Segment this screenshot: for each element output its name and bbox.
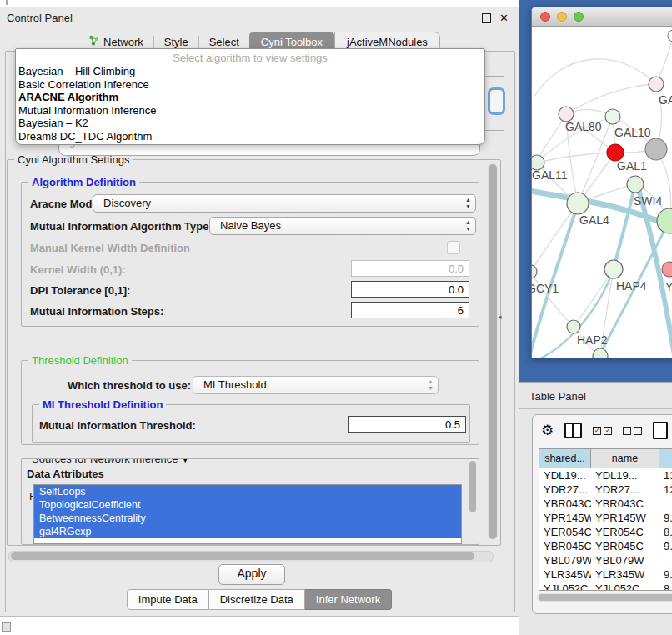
which-threshold-combo[interactable]: MI Threshold ▲▼ bbox=[193, 376, 439, 394]
settings-vertical-scrollbar[interactable] bbox=[488, 163, 498, 540]
table-cell: YLR345W bbox=[591, 568, 659, 582]
dpi-tolerance-field[interactable]: 0.0 bbox=[351, 281, 469, 298]
table-cell: YPR145W bbox=[591, 511, 659, 525]
gear-icon[interactable]: ⚙ bbox=[541, 423, 554, 438]
algorithm-option[interactable]: Mutual Information Inference bbox=[16, 104, 484, 118]
network-node-big-right[interactable] bbox=[657, 208, 672, 233]
table-cell: YER054C bbox=[539, 525, 591, 539]
minimized-window-icon[interactable] bbox=[2, 622, 11, 632]
table-horizontal-scrollbar[interactable] bbox=[537, 593, 672, 602]
network-node-gray-node[interactable] bbox=[645, 138, 667, 160]
threshold-definition-group: Threshold Definition Which threshold to … bbox=[21, 360, 479, 445]
table-row[interactable]: YER054CYER054C8. bbox=[539, 525, 672, 539]
algorithm-option[interactable]: Basic Correlation Inference bbox=[16, 78, 484, 92]
network-node-bottom-cut[interactable] bbox=[593, 348, 608, 358]
close-icon[interactable]: ✕ bbox=[499, 14, 509, 22]
column-header[interactable]: A bbox=[659, 449, 672, 468]
network-edge[interactable] bbox=[537, 114, 566, 162]
cyni-algorithm-settings-group: Cyni Algorithm Settings Algorithm Defini… bbox=[7, 159, 501, 546]
data-attributes-label: Data Attributes bbox=[27, 468, 104, 480]
table-cell: YJL052C bbox=[591, 582, 659, 590]
attribute-item-selected[interactable]: BetweennessCentrality bbox=[34, 512, 461, 525]
mi-threshold-field[interactable]: 0.5 bbox=[348, 416, 466, 432]
table-row[interactable]: YBL079WYBL079W bbox=[539, 553, 672, 568]
table-row[interactable]: YBR043CYBR043C bbox=[539, 497, 672, 511]
attribute-item-selected[interactable]: gal4RGexp bbox=[34, 525, 461, 538]
table-cell bbox=[659, 553, 672, 568]
mi-steps-field[interactable]: 6 bbox=[351, 302, 469, 318]
left-area: Control Panel ✕ NetworkStyleSelectCyni T… bbox=[0, 0, 519, 635]
bottom-tab-discretize-data[interactable]: Discretize Data bbox=[209, 589, 305, 610]
hidden-group-border bbox=[482, 76, 504, 77]
table-row[interactable]: YBR045CYBR045C9. bbox=[539, 539, 672, 553]
minimize-traffic-light-icon[interactable] bbox=[557, 12, 567, 22]
settings-horizontal-scrollbar[interactable] bbox=[8, 551, 494, 562]
close-traffic-light-icon[interactable] bbox=[540, 12, 550, 22]
float-window-icon[interactable] bbox=[482, 13, 491, 22]
apply-button[interactable]: Apply bbox=[218, 564, 285, 585]
network-edge[interactable] bbox=[574, 269, 614, 327]
algorithm-option[interactable]: ARACNE Algorithm bbox=[16, 91, 484, 104]
table-cell: YBR043C bbox=[591, 497, 659, 511]
table-cell: YPR145W bbox=[539, 511, 591, 525]
network-node-gcy1[interactable] bbox=[532, 265, 537, 278]
sources-group-title[interactable]: Sources for Network Inference ▼ bbox=[28, 458, 193, 465]
algorithm-dropdown-items: Bayesian – Hill ClimbingBasic Correlatio… bbox=[16, 65, 484, 142]
network-window[interactable]: GALGAL80GAL10GAL1GAL11SWI4GAL4GCY1HAP4YH… bbox=[531, 7, 672, 358]
sources-title-text: Sources for Network Inference bbox=[32, 458, 178, 465]
column-header[interactable]: name bbox=[591, 449, 659, 468]
network-edge[interactable] bbox=[532, 203, 578, 272]
table-row[interactable]: YPR145WYPR145W9. bbox=[539, 511, 672, 525]
bottom-tab-infer-network[interactable]: Infer Network bbox=[305, 589, 392, 610]
mi-threshold-definition-group: MI Threshold Definition Mutual Informati… bbox=[32, 404, 470, 442]
aracne-mode-combo[interactable]: Discovery ▲▼ bbox=[93, 194, 476, 212]
network-node-salmon[interactable] bbox=[662, 262, 672, 277]
network-node-gal-top[interactable] bbox=[649, 77, 664, 92]
deselect-all-icon[interactable] bbox=[623, 427, 642, 435]
zoom-traffic-light-icon[interactable] bbox=[574, 12, 584, 22]
attributes-scrollbar[interactable] bbox=[469, 461, 477, 514]
algorithm-option[interactable]: Dream8 DC_TDC Algorithm bbox=[16, 130, 484, 143]
dpi-tolerance-label: DPI Tolerance [0,1]: bbox=[30, 284, 130, 297]
network-canvas[interactable]: GALGAL80GAL10GAL1GAL11SWI4GAL4GCY1HAP4YH… bbox=[532, 27, 672, 358]
hidden-combo-focus-ring bbox=[488, 88, 505, 115]
algorithm-option[interactable]: Bayesian – K2 bbox=[16, 117, 484, 130]
network-edge[interactable] bbox=[537, 152, 615, 162]
columns-icon[interactable] bbox=[564, 422, 582, 438]
network-edge[interactable] bbox=[534, 59, 656, 98]
attribute-item-selected[interactable]: SelfLoops bbox=[34, 485, 461, 498]
network-node-cut-top[interactable] bbox=[668, 30, 672, 42]
table-panel: Table Panel ⚙ ✓✓ shared...nameA YDL19...… bbox=[519, 382, 672, 635]
table-cell: YDR27... bbox=[591, 482, 659, 497]
network-node-gal4[interactable] bbox=[567, 192, 589, 214]
kernel-width-field[interactable]: 0.0 bbox=[351, 260, 469, 277]
table-row[interactable]: YJL052CYJL052C8 bbox=[539, 582, 672, 590]
bottom-tab-impute-data[interactable]: Impute Data bbox=[127, 589, 209, 610]
network-node-hap4[interactable] bbox=[604, 260, 623, 278]
attribute-item-selected[interactable]: TopologicalCoefficient bbox=[34, 498, 461, 512]
table-row[interactable]: YDR27...YDR27...12 bbox=[539, 482, 672, 497]
split-pane-arrow-icon[interactable]: ◂ bbox=[498, 312, 502, 321]
sources-group: Sources for Network Inference ▼ Data Att… bbox=[21, 458, 479, 545]
table-row[interactable]: YLR345WYLR345W9. bbox=[539, 568, 672, 582]
data-attributes-list[interactable]: SelfLoopsTopologicalCoefficientBetweenne… bbox=[33, 484, 462, 544]
which-threshold-value: MI Threshold bbox=[203, 378, 267, 391]
mi-type-combo[interactable]: Naive Bayes ▲▼ bbox=[209, 217, 476, 235]
table-cell: 12 bbox=[659, 482, 672, 497]
export-table-icon[interactable] bbox=[653, 422, 668, 439]
divider bbox=[519, 408, 672, 409]
hidden-group-border bbox=[482, 130, 504, 131]
network-node-swi4[interactable] bbox=[627, 176, 644, 192]
column-header[interactable]: shared... bbox=[539, 449, 591, 468]
table-cell: YBL079W bbox=[591, 553, 659, 568]
network-node-gal1-red[interactable] bbox=[607, 144, 624, 161]
network-edge[interactable] bbox=[614, 184, 635, 269]
table-row[interactable]: YDL19...YDL19...13 bbox=[539, 468, 672, 482]
network-window-titlebar[interactable] bbox=[532, 8, 672, 27]
network-node-gal10[interactable] bbox=[605, 109, 620, 124]
manual-kernel-checkbox[interactable] bbox=[447, 241, 460, 254]
network-node-hap2[interactable] bbox=[567, 320, 580, 333]
select-all-icon[interactable]: ✓✓ bbox=[593, 427, 612, 435]
tab-label: Style bbox=[164, 36, 188, 48]
algorithm-option[interactable]: Bayesian – Hill Climbing bbox=[16, 65, 484, 78]
